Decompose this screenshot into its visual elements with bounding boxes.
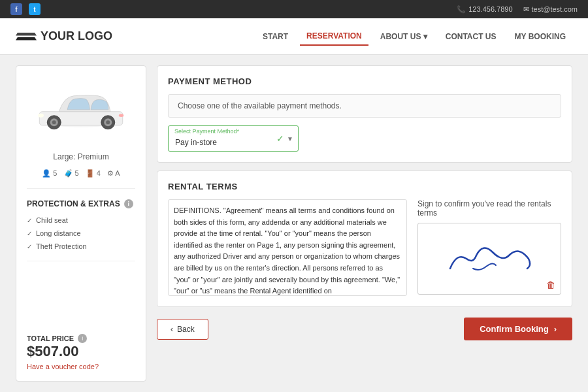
rental-title: RENTAL TERMS: [168, 182, 561, 191]
payment-info-text: Choose one of the available payment meth…: [168, 94, 561, 118]
back-chevron-icon: ‹: [171, 325, 173, 334]
extra-label: Child seat: [36, 216, 68, 224]
email-address: test@test.com: [532, 5, 578, 13]
protection-info-icon[interactable]: i: [124, 199, 133, 208]
spec-doors: 🚪 4: [86, 169, 101, 178]
extra-long-distance: ✓ Long distance: [27, 229, 135, 237]
back-button[interactable]: ‹ Back: [157, 319, 208, 340]
confirm-arrow-icon: ›: [554, 324, 557, 334]
extras-list: ✓ Child seat ✓ Long distance ✓ Theft Pro…: [27, 216, 135, 250]
extra-theft-protection: ✓ Theft Protection: [27, 242, 135, 250]
extra-label: Theft Protection: [36, 242, 87, 250]
voucher-link[interactable]: Have a voucher code?: [27, 363, 135, 370]
total-amount: $507.00: [27, 343, 135, 360]
check-icon: ✓: [27, 243, 32, 250]
svg-point-9: [119, 114, 124, 118]
rental-terms-text[interactable]: DEFINITIONS. "Agreement" means all terms…: [168, 199, 407, 296]
main-nav: START RESERVATION ABOUT US ▾ CONTACT US …: [256, 27, 572, 46]
payment-select-label: Select Payment Method*: [174, 128, 239, 135]
extra-label: Long distance: [36, 229, 81, 237]
logo-icon: [16, 29, 37, 44]
check-icon: ✓: [27, 217, 32, 224]
car-image: [27, 76, 135, 142]
facebook-icon[interactable]: f: [10, 3, 22, 15]
confirm-button[interactable]: Confirm Booking ›: [464, 318, 572, 340]
extra-child-seat: ✓ Child seat: [27, 216, 135, 224]
nav-contact[interactable]: CONTACT US: [439, 28, 503, 45]
footer-buttons: ‹ Back Confirm Booking ›: [157, 318, 572, 340]
signature-svg: [437, 233, 542, 285]
svg-point-8: [38, 114, 44, 118]
delete-signature-icon[interactable]: 🗑: [546, 280, 555, 290]
car-label: Large: Premium: [27, 152, 135, 161]
payment-select-icons: ✓ ▼: [276, 133, 293, 144]
total-price-section: TOTAL PRICE i $507.00 Have a voucher cod…: [27, 334, 135, 370]
logo[interactable]: YOUR LOGO: [16, 29, 112, 44]
rental-terms-card: RENTAL TERMS DEFINITIONS. "Agreement" me…: [157, 171, 572, 307]
chevron-down-icon: ▼: [287, 135, 293, 142]
nav-mybooking[interactable]: MY BOOKING: [508, 28, 572, 45]
payment-title: PAYMENT METHOD: [168, 76, 561, 86]
car-specs: 👤 5 🧳 5 🚪 4 ⚙ A: [27, 169, 135, 178]
right-panel: PAYMENT METHOD Choose one of the availab…: [157, 65, 572, 382]
phone-icon: 📞: [457, 5, 466, 14]
svg-point-7: [106, 120, 110, 124]
payment-select-wrapper: Select Payment Method* Pay in-store Cred…: [168, 125, 299, 152]
rental-content: DEFINITIONS. "Agreement" means all terms…: [168, 199, 561, 296]
twitter-icon[interactable]: t: [29, 3, 41, 15]
car-svg: [32, 83, 130, 135]
svg-point-4: [52, 120, 56, 124]
check-icon: ✓: [27, 230, 32, 237]
confirm-label: Confirm Booking: [480, 324, 548, 334]
email-icon: ✉: [523, 5, 529, 14]
total-info-icon[interactable]: i: [78, 334, 87, 343]
spec-luggage: 🧳 5: [64, 169, 79, 178]
payment-card: PAYMENT METHOD Choose one of the availab…: [157, 65, 572, 163]
signature-box[interactable]: 🗑: [417, 223, 561, 295]
back-label: Back: [177, 325, 195, 334]
nav-start[interactable]: START: [256, 28, 295, 45]
total-label: TOTAL PRICE: [27, 335, 74, 342]
nav-about[interactable]: ABOUT US ▾: [374, 28, 434, 45]
signature-section: Sign to confirm you've read the rentals …: [417, 199, 561, 296]
protection-section-title: PROTECTION & EXTRAS i: [27, 199, 135, 208]
left-panel: Large: Premium 👤 5 🧳 5 🚪 4 ⚙ A PROTECTIO…: [16, 65, 146, 382]
signature-label: Sign to confirm you've read the rentals …: [417, 199, 561, 218]
phone-number: 123.456.7890: [468, 5, 512, 13]
spec-passengers: 👤 5: [42, 169, 57, 178]
nav-reservation[interactable]: RESERVATION: [300, 27, 368, 46]
spec-transmission: ⚙ A: [107, 169, 120, 178]
check-green-icon: ✓: [276, 133, 284, 144]
logo-text: YOUR LOGO: [41, 29, 112, 43]
